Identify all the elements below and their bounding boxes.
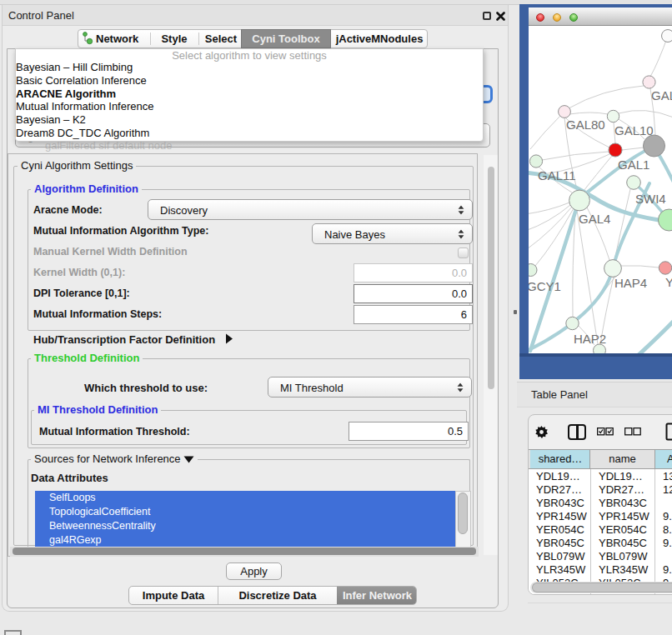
svg-text:GCY1: GCY1 [529, 279, 561, 293]
svg-text:SWI4: SWI4 [635, 192, 666, 206]
svg-text:GAL1: GAL1 [618, 158, 649, 172]
svg-text:GAL10: GAL10 [614, 123, 654, 138]
svg-text:GAL80: GAL80 [566, 118, 605, 132]
svg-text:GAL11: GAL11 [538, 168, 576, 182]
svg-text:HAP4: HAP4 [614, 276, 647, 290]
svg-text:GAL4: GAL4 [579, 212, 610, 226]
svg-text:GAL2: GAL2 [651, 88, 672, 102]
svg-text:Y: Y [665, 275, 672, 289]
svg-text:HAP2: HAP2 [574, 332, 606, 346]
